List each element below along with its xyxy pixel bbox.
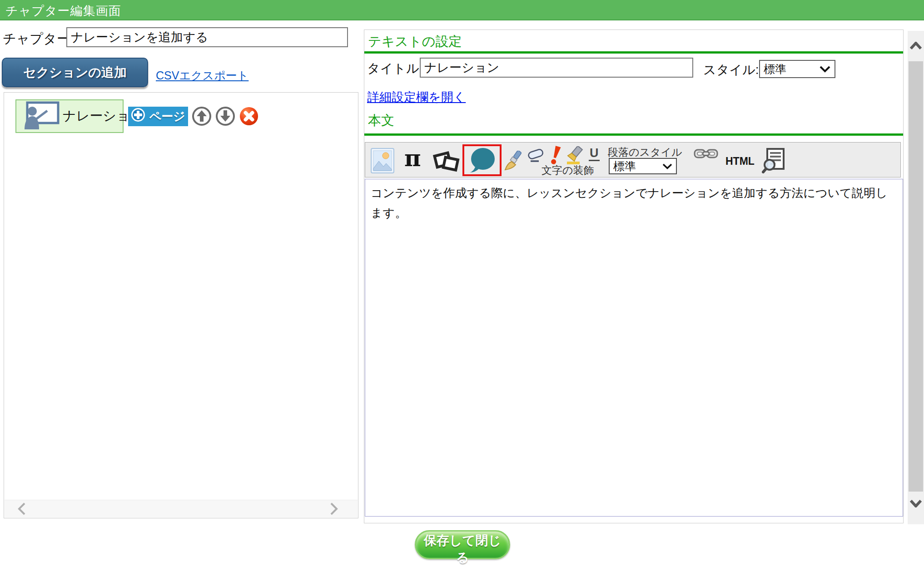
lesson-board-icon: [20, 101, 60, 131]
arrow-up-circle-icon: [192, 121, 212, 128]
horizontal-scrollbar[interactable]: [5, 500, 358, 517]
section-row: ナレーション ページ: [15, 99, 259, 133]
vertical-scrollbar[interactable]: [908, 31, 924, 524]
chain-link-icon: [694, 155, 718, 162]
chapter-name-input[interactable]: [66, 27, 348, 47]
insert-link-button[interactable]: [694, 147, 718, 161]
scroll-left-icon[interactable]: [17, 502, 26, 517]
style-select-value: 標準: [760, 62, 819, 77]
html-source-button[interactable]: HTML: [725, 155, 755, 167]
move-section-down-button[interactable]: [215, 106, 235, 126]
add-section-button[interactable]: セクションの追加: [2, 58, 148, 87]
editor-toolbar: π: [365, 142, 901, 177]
plus-icon: [131, 108, 145, 125]
insert-narration-button[interactable]: [468, 147, 496, 173]
body-text-editor[interactable]: コンテンツを作成する際に、レッスンセクションでナレーションを追加する方法について…: [365, 179, 903, 517]
body-heading: 本文: [368, 112, 394, 130]
add-page-button-label: ページ: [149, 108, 185, 124]
speech-bubble-icon: [468, 168, 496, 175]
narration-tool-highlight: [462, 144, 502, 176]
heading-rule: [364, 51, 903, 54]
scroll-right-icon[interactable]: [329, 502, 338, 517]
style-select[interactable]: 標準: [759, 60, 835, 78]
arrow-down-circle-icon: [215, 121, 235, 128]
text-settings-heading: テキストの設定: [368, 33, 462, 51]
heading-rule: [364, 133, 903, 136]
chapter-edit-screen: チャプター編集画面 チャプター名 : セクションの追加 CSVエクスポート ナレ…: [0, 0, 924, 581]
save-and-close-button[interactable]: 保存して閉じる: [415, 530, 510, 559]
scrollbar-thumb[interactable]: [909, 61, 923, 492]
paintbrush-icon: [503, 165, 523, 172]
decoration-caption: 文字の装飾: [541, 163, 594, 177]
format-brush-button[interactable]: [503, 151, 523, 171]
underline-icon: U: [590, 146, 599, 160]
title-label: タイトル:: [367, 60, 422, 77]
paragraph-style-value: 標準: [610, 159, 662, 174]
insert-formula-button[interactable]: π: [404, 146, 421, 171]
highlighter-button[interactable]: [565, 146, 586, 165]
move-section-up-button[interactable]: [192, 106, 212, 126]
add-page-button[interactable]: ページ: [128, 107, 188, 126]
style-label: スタイル:: [703, 61, 759, 79]
html-icon: HTML: [725, 155, 755, 167]
scroll-up-icon[interactable]: [908, 42, 924, 50]
preview-magnifier-icon: [762, 168, 785, 175]
title-input[interactable]: [420, 58, 693, 78]
chevron-down-icon: [662, 163, 672, 169]
section-list-panel: ナレーション ページ: [4, 92, 358, 518]
paragraph-style-caption: 段落のスタイル: [608, 145, 682, 159]
shapes-icon: [432, 169, 460, 176]
csv-export-link[interactable]: CSVエクスポート: [156, 68, 248, 83]
section-item-narration[interactable]: ナレーション: [15, 99, 124, 133]
pi-icon: π: [404, 145, 421, 172]
underline-button[interactable]: U: [589, 146, 600, 161]
insert-image-button[interactable]: [371, 148, 394, 173]
delete-section-button[interactable]: [239, 106, 259, 126]
header-bar: チャプター編集画面: [0, 0, 924, 20]
open-details-link[interactable]: 詳細設定欄を開く: [367, 89, 466, 105]
text-settings-panel: テキストの設定 タイトル: スタイル: 標準 詳細設定欄を開く 本文: [364, 30, 904, 523]
page-title: チャプター編集画面: [5, 3, 121, 19]
chevron-down-icon: [819, 66, 831, 73]
eraser-button[interactable]: [526, 147, 545, 163]
delete-x-icon: [239, 121, 259, 128]
scroll-down-icon[interactable]: [908, 499, 924, 507]
insert-shape-button[interactable]: [432, 150, 460, 174]
paragraph-style-select[interactable]: 標準: [609, 158, 677, 174]
preview-button[interactable]: [762, 148, 785, 173]
image-icon: [371, 168, 394, 175]
